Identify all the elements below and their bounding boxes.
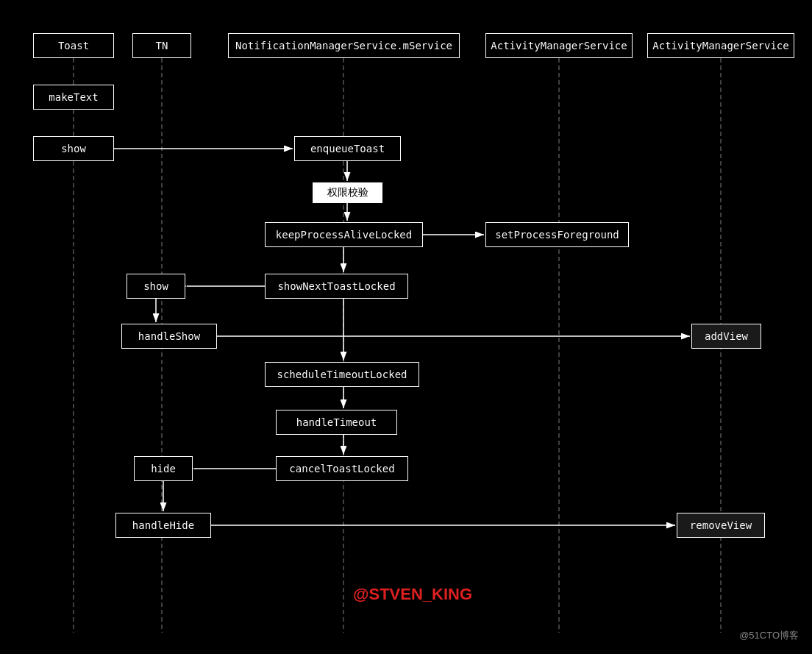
node-tn: TN bbox=[132, 33, 191, 58]
node-show-next: showNextToastLocked bbox=[265, 274, 408, 299]
node-schedule-timeout: scheduleTimeoutLocked bbox=[265, 362, 419, 387]
node-handle-timeout: handleTimeout bbox=[276, 410, 397, 435]
node-set-process: setProcessForeground bbox=[485, 222, 629, 247]
node-toast: Toast bbox=[33, 33, 114, 58]
node-hide: hide bbox=[134, 456, 193, 481]
node-keep-process: keepProcessAliveLocked bbox=[265, 222, 423, 247]
node-handle-hide: handleHide bbox=[115, 513, 211, 538]
node-enqueue-toast: enqueueToast bbox=[294, 136, 401, 161]
node-ams2: ActivityManagerService bbox=[647, 33, 794, 58]
node-remove-view: removeView bbox=[677, 513, 765, 538]
node-cancel-toast: cancelToastLocked bbox=[276, 456, 408, 481]
node-maketext: makeText bbox=[33, 85, 114, 110]
node-quanxian: 权限校验 bbox=[313, 182, 382, 203]
diagram: Toast TN NotificationManagerService.mSer… bbox=[0, 0, 812, 654]
node-ams1: ActivityManagerService bbox=[485, 33, 633, 58]
node-handle-show: handleShow bbox=[121, 324, 217, 349]
node-show1: show bbox=[33, 136, 114, 161]
watermark-51cto: @51CTO博客 bbox=[739, 629, 799, 642]
node-show2: show bbox=[127, 274, 185, 299]
node-add-view: addView bbox=[691, 324, 761, 349]
watermark-stven: @STVEN_KING bbox=[353, 585, 472, 604]
node-notif: NotificationManagerService.mService bbox=[228, 33, 460, 58]
